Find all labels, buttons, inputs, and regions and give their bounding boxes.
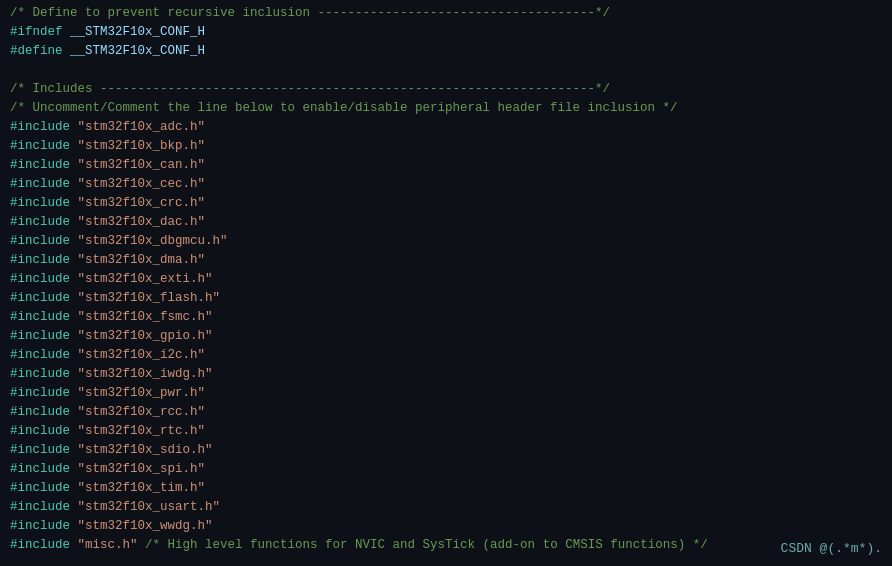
code-line: #include "stm32f10x_flash.h" [0,289,892,308]
code-line: #include "stm32f10x_dac.h" [0,213,892,232]
code-line: #include "stm32f10x_sdio.h" [0,441,892,460]
code-line: #include "stm32f10x_cec.h" [0,175,892,194]
code-line: #include "misc.h" /* High level function… [0,536,892,555]
code-line: #include "stm32f10x_can.h" [0,156,892,175]
code-line [0,61,892,80]
code-line: #include "stm32f10x_spi.h" [0,460,892,479]
code-line: /* Uncomment/Comment the line below to e… [0,99,892,118]
code-editor: /* Define to prevent recursive inclusion… [0,0,892,566]
code-line: /* Includes ----------------------------… [0,80,892,99]
code-line: #include "stm32f10x_i2c.h" [0,346,892,365]
watermark: CSDN @(.*m*). [781,541,882,556]
code-line: #define __STM32F10x_CONF_H [0,42,892,61]
code-line: #include "stm32f10x_pwr.h" [0,384,892,403]
code-line: #include "stm32f10x_rcc.h" [0,403,892,422]
code-line: #include "stm32f10x_crc.h" [0,194,892,213]
code-line: #include "stm32f10x_usart.h" [0,498,892,517]
code-line: #include "stm32f10x_dma.h" [0,251,892,270]
code-line: #include "stm32f10x_adc.h" [0,118,892,137]
code-content: /* Define to prevent recursive inclusion… [0,4,892,555]
code-line: #include "stm32f10x_bkp.h" [0,137,892,156]
code-line: #include "stm32f10x_gpio.h" [0,327,892,346]
code-line: #include "stm32f10x_wwdg.h" [0,517,892,536]
code-line: /* Define to prevent recursive inclusion… [0,4,892,23]
code-line: #include "stm32f10x_dbgmcu.h" [0,232,892,251]
code-line: #include "stm32f10x_fsmc.h" [0,308,892,327]
code-line: #include "stm32f10x_tim.h" [0,479,892,498]
code-line: #include "stm32f10x_rtc.h" [0,422,892,441]
code-line: #ifndef __STM32F10x_CONF_H [0,23,892,42]
code-line: #include "stm32f10x_exti.h" [0,270,892,289]
code-line: #include "stm32f10x_iwdg.h" [0,365,892,384]
